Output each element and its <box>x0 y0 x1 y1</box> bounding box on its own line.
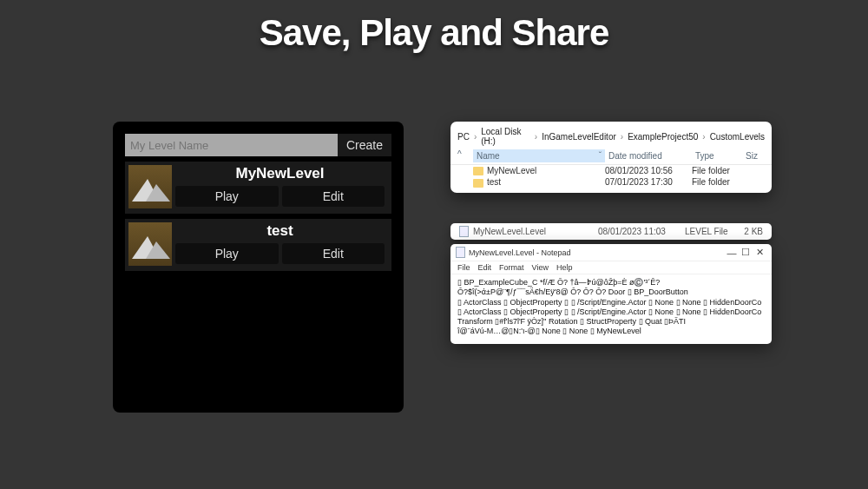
file-size: 2 KB <box>737 227 763 236</box>
file-icon <box>456 247 465 258</box>
file-name: MyNewLevel.Level <box>473 227 598 236</box>
breadcrumb[interactable]: PC› Local Disk (H:)› InGameLevelEditor› … <box>450 122 772 148</box>
chevron-right-icon: › <box>474 132 477 142</box>
column-type[interactable]: Type <box>692 149 744 162</box>
text-line: ▯ ActorClass ▯ ObjectProperty ▯ ▯ /Scrip… <box>457 298 765 307</box>
breadcrumb-item[interactable]: InGameLevelEditor <box>542 132 616 142</box>
text-line: ▯ ActorClass ▯ ObjectProperty ▯ ▯ /Scrip… <box>457 307 765 317</box>
file-date: 08/01/2023 11:03 <box>598 227 685 236</box>
menu-help[interactable]: Help <box>556 263 573 272</box>
file-explorer-window: PC› Local Disk (H:)› InGameLevelEditor› … <box>450 122 772 193</box>
menu-format[interactable]: Format <box>499 263 524 272</box>
file-list-row[interactable]: MyNewLevel.Level 08/01/2023 11:03 LEVEL … <box>450 223 772 240</box>
text-line: ▯ BP_ExampleCube_C *f/Æ Õ? †â—߈ú@ôŽþ=È ø… <box>457 278 765 287</box>
breadcrumb-item[interactable]: PC <box>457 132 470 142</box>
breadcrumb-item[interactable]: Local Disk (H:) <box>481 127 530 146</box>
level-thumbnail-icon <box>128 222 172 266</box>
file-date: 07/01/2023 17:30 <box>605 177 692 187</box>
up-arrow-icon[interactable]: ^ <box>457 149 473 162</box>
maximize-icon[interactable]: ☐ <box>739 247 753 258</box>
edit-button[interactable]: Edit <box>282 243 385 264</box>
level-editor-panel: Create MyNewLevel Play Edit test Play Ed… <box>113 122 404 413</box>
play-button[interactable]: Play <box>175 186 279 207</box>
window-title: MyNewLevel.Level - Notepad <box>469 248 725 257</box>
level-card: test Play Edit <box>125 219 391 271</box>
folder-icon <box>473 179 483 188</box>
chevron-right-icon: › <box>702 132 705 142</box>
minimize-icon[interactable]: — <box>725 248 739 258</box>
level-name-input[interactable] <box>125 134 338 156</box>
edit-button[interactable]: Edit <box>282 186 385 207</box>
sort-indicator-icon: ˇ <box>599 151 602 161</box>
file-icon <box>459 226 469 237</box>
breadcrumb-item[interactable]: ExampleProject50 <box>628 132 698 142</box>
window-titlebar[interactable]: MyNewLevel.Level - Notepad — ☐ ✕ <box>450 244 772 261</box>
level-name-label: MyNewLevel <box>172 165 388 186</box>
explorer-column-header[interactable]: ^ Nameˇ Date modified Type Siz <box>450 148 772 165</box>
file-name: MyNewLevel <box>487 166 536 175</box>
close-icon[interactable]: ✕ <box>753 247 766 258</box>
explorer-row[interactable]: test 07/01/2023 17:30 File folder <box>450 176 772 192</box>
create-button[interactable]: Create <box>338 134 391 156</box>
file-type: LEVEL File <box>685 227 737 236</box>
menu-edit[interactable]: Edit <box>478 263 492 272</box>
column-size[interactable]: Siz <box>744 149 765 162</box>
text-line: Transform ▯#f'ls7l'F ÿÒz]'' Rotation ▯ S… <box>457 317 765 327</box>
menu-view[interactable]: View <box>532 263 549 272</box>
text-line: î@¨áVú-M…@▯N:'ı-@▯ None ▯ None ▯ MyNewLe… <box>457 327 765 336</box>
file-date: 08/01/2023 10:56 <box>605 166 692 175</box>
file-name: test <box>487 177 501 187</box>
notepad-menu[interactable]: File Edit Format View Help <box>450 261 772 274</box>
chevron-right-icon: › <box>535 132 537 142</box>
file-type: File folder <box>692 166 744 175</box>
play-button[interactable]: Play <box>175 243 279 264</box>
folder-icon <box>473 167 483 175</box>
notepad-window: MyNewLevel.Level - Notepad — ☐ ✕ File Ed… <box>450 244 772 344</box>
notepad-text-area[interactable]: ▯ BP_ExampleCube_C *f/Æ Õ? †â—߈ú@ôŽþ=È ø… <box>450 274 772 344</box>
level-thumbnail-icon <box>128 165 172 208</box>
column-date[interactable]: Date modified <box>605 149 692 162</box>
page-title: Save, Play and Share <box>0 12 868 54</box>
breadcrumb-item[interactable]: CustomLevels <box>710 132 765 142</box>
column-name[interactable]: Name <box>477 151 500 161</box>
file-type: File folder <box>692 177 744 187</box>
text-line: Ô?$î(>ά±P@¨¶/ƒ¯¯sÄ€h/Eÿ'8@ Ô? Ô? Ô? Door… <box>457 287 765 297</box>
level-card: MyNewLevel Play Edit <box>125 162 391 214</box>
level-name-label: test <box>172 222 388 243</box>
explorer-row[interactable]: MyNewLevel 08/01/2023 10:56 File folder <box>450 165 772 176</box>
menu-file[interactable]: File <box>457 263 470 272</box>
chevron-right-icon: › <box>621 132 623 142</box>
